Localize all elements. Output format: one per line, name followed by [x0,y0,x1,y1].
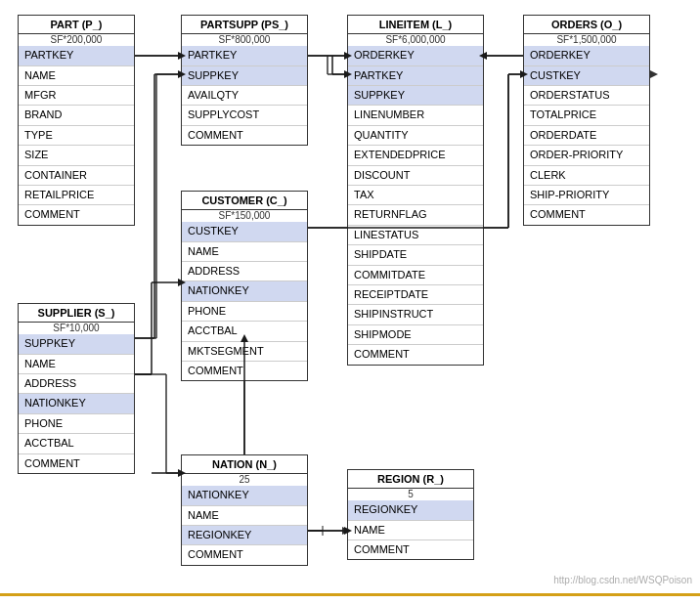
lineitem-table: LINEITEM (L_) SF*6,000,000 ORDERKEY PART… [347,15,484,366]
nation-subtitle: 25 [182,474,307,486]
orders-table: ORDERS (O_) SF*1,500,000 ORDERKEY CUSTKE… [523,15,650,226]
supplier-row-address: ADDRESS [19,374,134,394]
partsupp-row-availqty: AVAILQTY [182,86,307,106]
customer-row-address: ADDRESS [182,262,307,281]
orders-row-clerk: CLERK [524,166,649,186]
lineitem-row-shipmode: SHIPMODE [348,325,483,345]
region-title: REGION (R_) [348,470,473,489]
supplier-row-name: NAME [19,355,134,374]
orders-row-comment: COMMENT [524,205,649,224]
lineitem-row-commitdate: COMMITDATE [348,266,483,285]
er-diagram: PART (P_) SF*200,000 PARTKEY NAME MFGR B… [0,0,700,596]
customer-row-mktsegment: MKTSEGMENT [182,342,307,362]
nation-table: NATION (N_) 25 NATIONKEY NAME REGIONKEY … [181,454,308,566]
customer-row-nationkey: NATIONKEY [182,281,307,301]
nation-row-comment: COMMENT [182,545,307,564]
lineitem-row-returnflag: RETURNFLAG [348,205,483,225]
customer-row-phone: PHONE [182,302,307,322]
customer-subtitle: SF*150,000 [182,210,307,222]
partsupp-title: PARTSUPP (PS_) [182,16,307,34]
orders-row-orderkey: ORDERKEY [524,46,649,65]
supplier-row-suppkey: SUPPKEY [19,334,134,354]
nation-row-name: NAME [182,506,307,526]
orders-title: ORDERS (O_) [524,16,649,34]
lineitem-row-tax: TAX [348,186,483,205]
lineitem-subtitle: SF*6,000,000 [348,34,483,46]
part-subtitle: SF*200,000 [19,34,134,46]
lineitem-row-linenumber: LINENUMBER [348,106,483,125]
nation-row-nationkey: NATIONKEY [182,486,307,505]
orders-subtitle: SF*1,500,000 [524,34,649,46]
part-row-type: TYPE [19,126,134,146]
customer-row-acctbal: ACCTBAL [182,322,307,341]
region-row-regionkey: REGIONKEY [348,500,473,520]
orders-row-totalprice: TOTALPRICE [524,106,649,125]
part-row-container: CONTAINER [19,166,134,186]
watermark: http://blog.csdn.net/WSQPoison [553,575,692,585]
supplier-row-acctbal: ACCTBAL [19,434,134,453]
partsupp-row-supplycost: SUPPLYCOST [182,106,307,125]
region-row-name: NAME [348,521,473,540]
lineitem-row-suppkey: SUPPKEY [348,86,483,106]
partsupp-subtitle: SF*800,000 [182,34,307,46]
supplier-row-phone: PHONE [19,414,134,434]
orders-row-custkey: CUSTKEY [524,66,649,86]
region-subtitle: 5 [348,489,473,500]
customer-title: CUSTOMER (C_) [182,192,307,210]
part-row-partkey: PARTKEY [19,46,134,65]
partsupp-row-partkey: PARTKEY [182,46,307,65]
lineitem-row-comment: COMMENT [348,345,483,364]
lineitem-row-shipdate: SHIPDATE [348,245,483,265]
region-table: REGION (R_) 5 REGIONKEY NAME COMMENT [347,469,474,560]
nation-title: NATION (N_) [182,455,307,474]
part-row-comment: COMMENT [19,205,134,224]
part-row-brand: BRAND [19,106,134,125]
part-row-retailprice: RETAILPRICE [19,186,134,205]
svg-marker-16 [650,70,658,78]
region-row-comment: COMMENT [348,540,473,559]
part-row-size: SIZE [19,146,134,165]
part-row-name: NAME [19,66,134,86]
partsupp-row-suppkey: SUPPKEY [182,66,307,86]
lineitem-title: LINEITEM (L_) [348,16,483,34]
partsupp-row-comment: COMMENT [182,126,307,145]
orders-row-shippriority: SHIP-PRIORITY [524,186,649,205]
orders-row-orderstatus: ORDERSTATUS [524,86,649,106]
customer-row-custkey: CUSTKEY [182,222,307,241]
lineitem-row-receiptdate: RECEIPTDATE [348,285,483,305]
supplier-subtitle: SF*10,000 [19,323,134,334]
lineitem-row-discount: DISCOUNT [348,166,483,186]
customer-row-comment: COMMENT [182,362,307,380]
supplier-row-nationkey: NATIONKEY [19,394,134,413]
nation-row-regionkey: REGIONKEY [182,526,307,545]
lineitem-row-quantity: QUANTITY [348,126,483,146]
lineitem-row-partkey: PARTKEY [348,66,483,86]
orders-row-orderdate: ORDERDATE [524,126,649,146]
lineitem-row-extendedprice: EXTENDEDPRICE [348,146,483,165]
customer-row-name: NAME [182,242,307,262]
orders-row-orderpriority: ORDER-PRIORITY [524,146,649,165]
part-row-mfgr: MFGR [19,86,134,106]
supplier-row-comment: COMMENT [19,454,134,473]
supplier-title: SUPPLIER (S_) [19,304,134,323]
part-title: PART (P_) [19,16,134,34]
supplier-table: SUPPLIER (S_) SF*10,000 SUPPKEY NAME ADD… [18,303,135,474]
lineitem-row-shipinstruct: SHIPINSTRUCT [348,305,483,324]
lineitem-row-orderkey: ORDERKEY [348,46,483,65]
customer-table: CUSTOMER (C_) SF*150,000 CUSTKEY NAME AD… [181,191,308,381]
partsupp-table: PARTSUPP (PS_) SF*800,000 PARTKEY SUPPKE… [181,15,308,146]
lineitem-row-linestatus: LINESTATUS [348,226,483,245]
part-table: PART (P_) SF*200,000 PARTKEY NAME MFGR B… [18,15,135,226]
